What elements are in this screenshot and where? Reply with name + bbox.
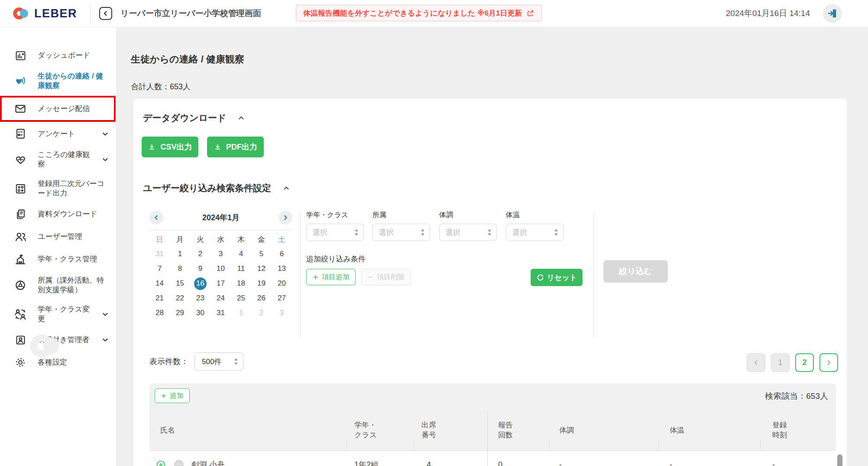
- sidebar-item-mental-health[interactable]: こころの健康観察: [2, 145, 114, 174]
- calendar-date[interactable]: 26: [251, 291, 272, 306]
- school-admin-title: リーバー市立リーバー小学校管理画面: [120, 0, 261, 27]
- sidebar-item-label: メッセージ配信: [38, 104, 110, 114]
- sidebar-item-message-delivery[interactable]: メッセージ配信: [2, 98, 114, 120]
- column-header: 出席 番号: [421, 420, 436, 440]
- calendar-date[interactable]: 24: [211, 291, 231, 306]
- calendar-date[interactable]: 10: [211, 261, 231, 276]
- calendar-date[interactable]: 6: [272, 247, 292, 261]
- pagination-next-button[interactable]: [819, 353, 838, 372]
- row-cell: 0: [498, 460, 502, 466]
- calendar-date[interactable]: 16: [190, 276, 211, 291]
- sidebar-item-material-download[interactable]: 資料ダウンロード: [2, 203, 114, 226]
- pagination-page-2[interactable]: 2: [795, 353, 814, 372]
- calendar-date[interactable]: 1: [170, 247, 190, 261]
- calendar-next-button[interactable]: [279, 211, 292, 225]
- main-content: 生徒からの連絡 / 健康観察 合計人数：653人 データダウンロード CSV出力: [117, 27, 868, 466]
- calendar-date[interactable]: 2: [251, 306, 272, 320]
- filter-select[interactable]: 選択: [506, 224, 564, 241]
- sidebar-item-label: 学年・クラス変更: [38, 305, 90, 324]
- pagination-prev-button[interactable]: [747, 353, 765, 372]
- calendar-date[interactable]: 13: [272, 261, 292, 276]
- sidebar-item-user-management[interactable]: ユーザー管理: [2, 226, 114, 248]
- calendar-date[interactable]: 9: [190, 261, 211, 276]
- calendar-date[interactable]: 2: [190, 247, 211, 261]
- calendar-prev-button[interactable]: [149, 211, 163, 225]
- display-count-select[interactable]: 500件: [194, 352, 243, 371]
- calendar-date[interactable]: 23: [190, 291, 211, 306]
- filter-select[interactable]: 選択: [439, 224, 497, 241]
- filter-divider-1: [300, 212, 301, 337]
- calendar-date[interactable]: 27: [272, 291, 292, 306]
- calendar-date[interactable]: 3: [211, 247, 231, 261]
- row-cell: -: [559, 460, 562, 466]
- filter-select[interactable]: 選択: [306, 224, 364, 241]
- calendar-date[interactable]: 31: [211, 306, 231, 320]
- calendar-date[interactable]: 4: [231, 247, 251, 261]
- sidebar-item-affiliation[interactable]: 所属（課外活動、特別支援学級）: [2, 271, 114, 300]
- column-divider-tall: [487, 411, 488, 466]
- current-datetime: 2024年01月16日 14:14: [691, 0, 810, 27]
- calendar-date[interactable]: 29: [170, 306, 190, 320]
- expand-plus-icon[interactable]: [155, 459, 166, 466]
- sidebar-item-label: アンケート: [38, 129, 90, 139]
- scrollbar-thumb[interactable]: [837, 454, 842, 466]
- calendar-date[interactable]: 8: [170, 261, 190, 276]
- calendar-date[interactable]: 31: [149, 247, 170, 261]
- sidebar-item-survey[interactable]: アンケート: [2, 123, 114, 145]
- notice-banner[interactable]: 体温報告機能を外すことができるようになりました ※6月1日更新: [296, 5, 542, 21]
- filter-group-2: 所属選択: [372, 211, 433, 241]
- column-header: 登録 時刻: [772, 420, 787, 440]
- sidebar-item-class-management[interactable]: 学年・クラス管理: [2, 248, 114, 271]
- calendar-date[interactable]: 28: [149, 306, 170, 320]
- calendar-date[interactable]: 20: [272, 276, 292, 291]
- sidebar-item-qr-output[interactable]: 登録用二次元バーコード出力: [2, 174, 114, 203]
- calendar-date[interactable]: 18: [231, 276, 251, 291]
- calendar-date[interactable]: 25: [231, 291, 251, 306]
- add-row-button[interactable]: 追加: [155, 388, 190, 403]
- pdf-export-button[interactable]: PDF出力: [207, 137, 264, 157]
- calendar-date[interactable]: 1: [231, 306, 251, 320]
- column-header: 氏名: [160, 426, 175, 436]
- calendar-date[interactable]: 21: [149, 291, 170, 306]
- calendar-date[interactable]: 3: [272, 306, 292, 320]
- external-link-icon: [526, 9, 534, 17]
- pagination-page-1[interactable]: 1: [771, 353, 790, 372]
- calendar-date[interactable]: 15: [170, 276, 190, 291]
- filter-group-4: 体温選択: [506, 211, 567, 241]
- calendar-date[interactable]: 19: [251, 276, 272, 291]
- minus-icon: [367, 274, 374, 280]
- calendar-date[interactable]: 17: [211, 276, 231, 291]
- calendar-date[interactable]: 30: [190, 306, 211, 320]
- additional-filter-buttons: 項目追加 項目削除: [306, 269, 411, 285]
- csv-export-button[interactable]: CSV出力: [142, 137, 198, 157]
- back-button[interactable]: [99, 7, 112, 20]
- calendar-date[interactable]: 7: [149, 261, 170, 276]
- logout-button[interactable]: [823, 4, 842, 23]
- reset-button[interactable]: リセット: [531, 269, 583, 286]
- leber-logo-icon: [10, 7, 30, 20]
- calendar-date[interactable]: 14: [149, 276, 170, 291]
- add-condition-button[interactable]: 項目追加: [306, 269, 356, 285]
- sidebar-item-student-contact[interactable]: 生徒からの連絡 / 健康観察: [2, 67, 114, 96]
- apply-filter-button[interactable]: 絞り込む: [603, 260, 668, 283]
- filter-select[interactable]: 選択: [372, 224, 430, 241]
- stepper-icon: [354, 228, 359, 237]
- sidebar-item-class-change[interactable]: 学年・クラス変更: [2, 300, 114, 329]
- date-calendar: 2024年1月 日月火水木金土 311234567891011121314151…: [149, 210, 292, 320]
- row-cell: -: [670, 460, 672, 466]
- filter-section-heading[interactable]: ユーザー絞り込み検索条件設定: [143, 182, 290, 194]
- calendar-date[interactable]: 12: [251, 261, 272, 276]
- heart-signal-icon: [14, 75, 27, 88]
- chevron-down-icon: [101, 130, 110, 138]
- calendar-date[interactable]: 11: [231, 261, 251, 276]
- sidebar-item-dashboard[interactable]: ダッシュボード: [2, 44, 114, 67]
- envelope-icon: [14, 102, 27, 115]
- download-icon: [148, 143, 156, 151]
- chevron-up-icon: [282, 184, 290, 192]
- remove-condition-button[interactable]: 項目削除: [361, 269, 411, 285]
- download-section-heading[interactable]: データダウンロード: [143, 112, 245, 124]
- calendar-date[interactable]: 22: [170, 291, 190, 306]
- calendar-date[interactable]: 5: [251, 247, 272, 261]
- filter-select-placeholder: 選択: [446, 228, 460, 238]
- table-row[interactable]: 剣淵 小舟1年2組40---: [149, 451, 836, 466]
